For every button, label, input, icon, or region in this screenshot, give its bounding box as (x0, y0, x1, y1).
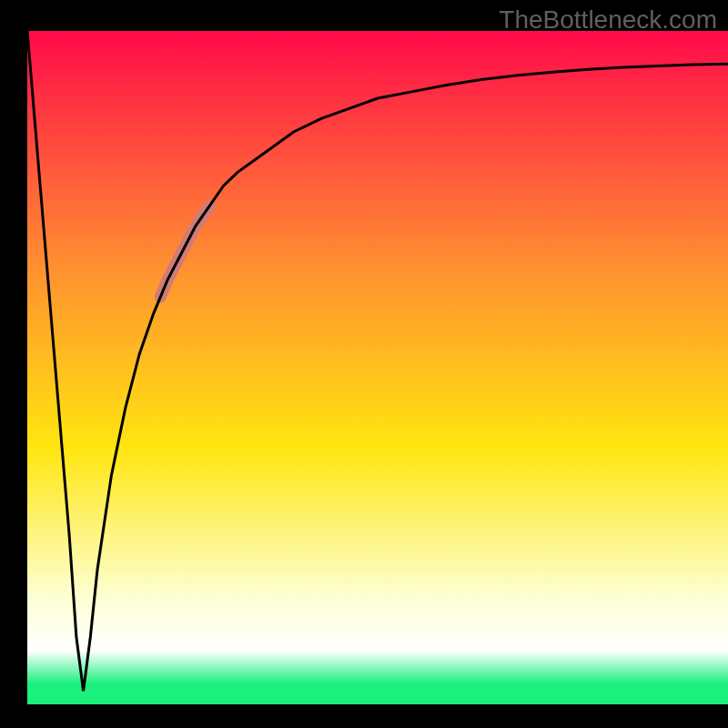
chart-container: TheBottleneck.com (0, 0, 728, 728)
bottleneck-plot (0, 0, 728, 728)
frame-left (0, 0, 27, 728)
frame-top (0, 0, 728, 31)
gradient-background (27, 31, 728, 704)
frame-bottom (0, 704, 728, 728)
